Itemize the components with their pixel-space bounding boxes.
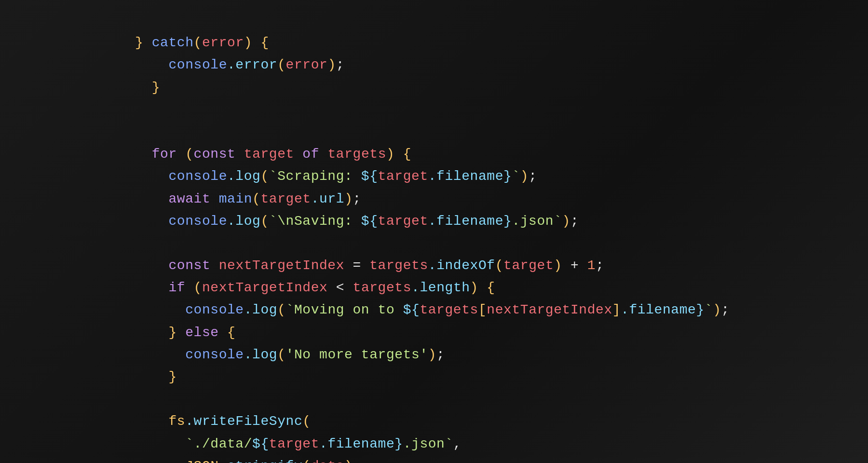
line-console-log-saving: console.log(`\nSaving: ${target.filename… xyxy=(135,214,579,229)
line-blank-2 xyxy=(135,236,143,251)
line-tpl-data-path: `./data/${target.filename}.json`, xyxy=(135,436,461,451)
line-await-main: await main(target.url); xyxy=(135,191,361,206)
line-blank-1 xyxy=(135,124,143,139)
line-partial-top: } catch(error) { xyxy=(135,35,269,50)
line-json-stringify: JSON.stringify(data), xyxy=(135,459,361,463)
line-close-brace-2: } xyxy=(135,369,177,384)
line-console-log-no-more: console.log('No more targets'); xyxy=(135,347,445,362)
line-console-log-scraping: console.log(`Scraping: ${target.filename… xyxy=(135,169,537,184)
line-console-error: console.error(error); xyxy=(135,57,344,72)
line-close-brace-1: } xyxy=(135,80,160,95)
code-editor: } catch(error) { console.error(error); }… xyxy=(0,0,868,463)
line-for-loop: for (const target of targets) { xyxy=(135,147,411,162)
line-blank-3 xyxy=(135,392,143,407)
line-console-log-moving: console.log(`Moving on to ${targets[next… xyxy=(135,302,730,317)
line-const-next: const nextTargetIndex = targets.indexOf(… xyxy=(135,258,604,273)
code-content: } catch(error) { console.error(error); }… xyxy=(135,10,868,463)
line-else-open: } else { xyxy=(135,325,235,340)
line-if-next: if (nextTargetIndex < targets.length) { xyxy=(135,280,495,295)
line-fs-write-open: fs.writeFileSync( xyxy=(135,414,311,429)
